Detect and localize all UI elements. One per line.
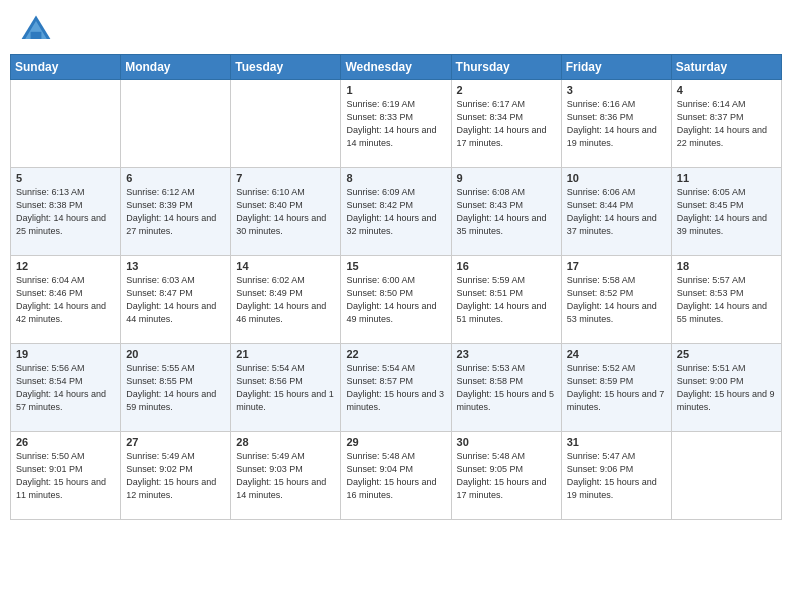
day-info: Sunrise: 6:09 AM Sunset: 8:42 PM Dayligh… xyxy=(346,186,445,238)
calendar-cell: 8Sunrise: 6:09 AM Sunset: 8:42 PM Daylig… xyxy=(341,168,451,256)
weekday-header: Wednesday xyxy=(341,55,451,80)
calendar-cell: 26Sunrise: 5:50 AM Sunset: 9:01 PM Dayli… xyxy=(11,432,121,520)
calendar-cell: 4Sunrise: 6:14 AM Sunset: 8:37 PM Daylig… xyxy=(671,80,781,168)
calendar-cell: 21Sunrise: 5:54 AM Sunset: 8:56 PM Dayli… xyxy=(231,344,341,432)
day-number: 4 xyxy=(677,84,776,96)
calendar-cell: 6Sunrise: 6:12 AM Sunset: 8:39 PM Daylig… xyxy=(121,168,231,256)
day-info: Sunrise: 6:12 AM Sunset: 8:39 PM Dayligh… xyxy=(126,186,225,238)
calendar-cell: 25Sunrise: 5:51 AM Sunset: 9:00 PM Dayli… xyxy=(671,344,781,432)
day-number: 31 xyxy=(567,436,666,448)
calendar-table: SundayMondayTuesdayWednesdayThursdayFrid… xyxy=(10,54,782,520)
day-number: 18 xyxy=(677,260,776,272)
day-number: 23 xyxy=(457,348,556,360)
day-info: Sunrise: 6:04 AM Sunset: 8:46 PM Dayligh… xyxy=(16,274,115,326)
day-info: Sunrise: 5:48 AM Sunset: 9:04 PM Dayligh… xyxy=(346,450,445,502)
day-info: Sunrise: 6:06 AM Sunset: 8:44 PM Dayligh… xyxy=(567,186,666,238)
calendar: SundayMondayTuesdayWednesdayThursdayFrid… xyxy=(0,54,792,612)
day-number: 28 xyxy=(236,436,335,448)
day-number: 8 xyxy=(346,172,445,184)
day-info: Sunrise: 6:14 AM Sunset: 8:37 PM Dayligh… xyxy=(677,98,776,150)
svg-rect-2 xyxy=(31,32,42,39)
day-info: Sunrise: 5:57 AM Sunset: 8:53 PM Dayligh… xyxy=(677,274,776,326)
day-info: Sunrise: 6:17 AM Sunset: 8:34 PM Dayligh… xyxy=(457,98,556,150)
calendar-body: 1Sunrise: 6:19 AM Sunset: 8:33 PM Daylig… xyxy=(11,80,782,520)
day-number: 26 xyxy=(16,436,115,448)
calendar-cell: 22Sunrise: 5:54 AM Sunset: 8:57 PM Dayli… xyxy=(341,344,451,432)
day-info: Sunrise: 5:54 AM Sunset: 8:56 PM Dayligh… xyxy=(236,362,335,414)
day-number: 22 xyxy=(346,348,445,360)
day-info: Sunrise: 5:56 AM Sunset: 8:54 PM Dayligh… xyxy=(16,362,115,414)
calendar-week-row: 12Sunrise: 6:04 AM Sunset: 8:46 PM Dayli… xyxy=(11,256,782,344)
weekday-header: Sunday xyxy=(11,55,121,80)
day-info: Sunrise: 6:16 AM Sunset: 8:36 PM Dayligh… xyxy=(567,98,666,150)
day-number: 11 xyxy=(677,172,776,184)
page: SundayMondayTuesdayWednesdayThursdayFrid… xyxy=(0,0,792,612)
calendar-cell: 24Sunrise: 5:52 AM Sunset: 8:59 PM Dayli… xyxy=(561,344,671,432)
calendar-cell xyxy=(671,432,781,520)
day-number: 2 xyxy=(457,84,556,96)
calendar-header: SundayMondayTuesdayWednesdayThursdayFrid… xyxy=(11,55,782,80)
day-info: Sunrise: 5:58 AM Sunset: 8:52 PM Dayligh… xyxy=(567,274,666,326)
calendar-week-row: 26Sunrise: 5:50 AM Sunset: 9:01 PM Dayli… xyxy=(11,432,782,520)
day-number: 6 xyxy=(126,172,225,184)
day-info: Sunrise: 5:53 AM Sunset: 8:58 PM Dayligh… xyxy=(457,362,556,414)
day-number: 27 xyxy=(126,436,225,448)
calendar-cell: 2Sunrise: 6:17 AM Sunset: 8:34 PM Daylig… xyxy=(451,80,561,168)
day-info: Sunrise: 6:03 AM Sunset: 8:47 PM Dayligh… xyxy=(126,274,225,326)
calendar-week-row: 1Sunrise: 6:19 AM Sunset: 8:33 PM Daylig… xyxy=(11,80,782,168)
calendar-cell: 15Sunrise: 6:00 AM Sunset: 8:50 PM Dayli… xyxy=(341,256,451,344)
weekday-header: Friday xyxy=(561,55,671,80)
calendar-cell: 11Sunrise: 6:05 AM Sunset: 8:45 PM Dayli… xyxy=(671,168,781,256)
calendar-cell: 16Sunrise: 5:59 AM Sunset: 8:51 PM Dayli… xyxy=(451,256,561,344)
day-number: 17 xyxy=(567,260,666,272)
day-number: 14 xyxy=(236,260,335,272)
calendar-cell: 31Sunrise: 5:47 AM Sunset: 9:06 PM Dayli… xyxy=(561,432,671,520)
logo-icon xyxy=(18,12,54,48)
day-number: 12 xyxy=(16,260,115,272)
day-info: Sunrise: 5:49 AM Sunset: 9:02 PM Dayligh… xyxy=(126,450,225,502)
calendar-cell: 29Sunrise: 5:48 AM Sunset: 9:04 PM Dayli… xyxy=(341,432,451,520)
weekday-header: Saturday xyxy=(671,55,781,80)
day-info: Sunrise: 5:52 AM Sunset: 8:59 PM Dayligh… xyxy=(567,362,666,414)
calendar-cell xyxy=(231,80,341,168)
calendar-cell: 3Sunrise: 6:16 AM Sunset: 8:36 PM Daylig… xyxy=(561,80,671,168)
calendar-cell: 28Sunrise: 5:49 AM Sunset: 9:03 PM Dayli… xyxy=(231,432,341,520)
day-info: Sunrise: 5:59 AM Sunset: 8:51 PM Dayligh… xyxy=(457,274,556,326)
logo xyxy=(18,12,58,48)
calendar-cell: 27Sunrise: 5:49 AM Sunset: 9:02 PM Dayli… xyxy=(121,432,231,520)
calendar-cell xyxy=(11,80,121,168)
calendar-cell: 10Sunrise: 6:06 AM Sunset: 8:44 PM Dayli… xyxy=(561,168,671,256)
calendar-cell: 7Sunrise: 6:10 AM Sunset: 8:40 PM Daylig… xyxy=(231,168,341,256)
calendar-cell xyxy=(121,80,231,168)
calendar-cell: 9Sunrise: 6:08 AM Sunset: 8:43 PM Daylig… xyxy=(451,168,561,256)
day-number: 1 xyxy=(346,84,445,96)
calendar-cell: 19Sunrise: 5:56 AM Sunset: 8:54 PM Dayli… xyxy=(11,344,121,432)
day-number: 21 xyxy=(236,348,335,360)
day-number: 30 xyxy=(457,436,556,448)
weekday-header: Tuesday xyxy=(231,55,341,80)
day-number: 3 xyxy=(567,84,666,96)
day-info: Sunrise: 5:55 AM Sunset: 8:55 PM Dayligh… xyxy=(126,362,225,414)
day-number: 10 xyxy=(567,172,666,184)
day-info: Sunrise: 5:47 AM Sunset: 9:06 PM Dayligh… xyxy=(567,450,666,502)
calendar-cell: 13Sunrise: 6:03 AM Sunset: 8:47 PM Dayli… xyxy=(121,256,231,344)
calendar-cell: 18Sunrise: 5:57 AM Sunset: 8:53 PM Dayli… xyxy=(671,256,781,344)
day-number: 9 xyxy=(457,172,556,184)
day-info: Sunrise: 5:50 AM Sunset: 9:01 PM Dayligh… xyxy=(16,450,115,502)
day-number: 20 xyxy=(126,348,225,360)
day-info: Sunrise: 6:13 AM Sunset: 8:38 PM Dayligh… xyxy=(16,186,115,238)
day-info: Sunrise: 6:00 AM Sunset: 8:50 PM Dayligh… xyxy=(346,274,445,326)
calendar-cell: 14Sunrise: 6:02 AM Sunset: 8:49 PM Dayli… xyxy=(231,256,341,344)
day-number: 19 xyxy=(16,348,115,360)
day-info: Sunrise: 6:10 AM Sunset: 8:40 PM Dayligh… xyxy=(236,186,335,238)
day-number: 29 xyxy=(346,436,445,448)
day-number: 13 xyxy=(126,260,225,272)
day-number: 5 xyxy=(16,172,115,184)
day-info: Sunrise: 6:19 AM Sunset: 8:33 PM Dayligh… xyxy=(346,98,445,150)
day-number: 7 xyxy=(236,172,335,184)
day-number: 15 xyxy=(346,260,445,272)
header xyxy=(0,0,792,54)
weekday-header: Thursday xyxy=(451,55,561,80)
calendar-cell: 23Sunrise: 5:53 AM Sunset: 8:58 PM Dayli… xyxy=(451,344,561,432)
day-info: Sunrise: 6:08 AM Sunset: 8:43 PM Dayligh… xyxy=(457,186,556,238)
